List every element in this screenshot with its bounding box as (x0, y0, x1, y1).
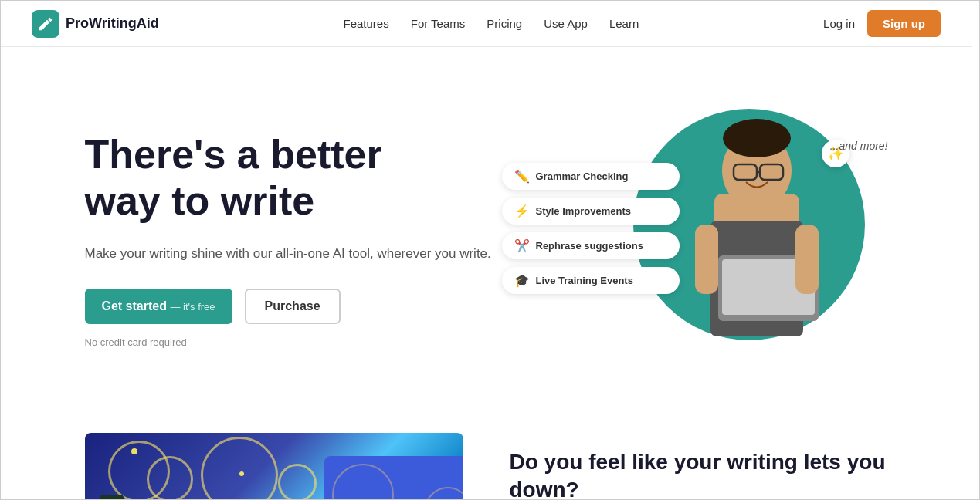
nav-for-teams[interactable]: For Teams (411, 17, 466, 30)
second-section: My idea in my head Do you feel like your… (1, 417, 972, 500)
second-left: My idea in my head (85, 433, 463, 500)
nav-actions: Log in Sign up (823, 10, 941, 37)
svg-point-5 (723, 119, 791, 157)
second-title: Do you feel like your writing lets you d… (510, 448, 888, 500)
login-button[interactable]: Log in (823, 17, 855, 30)
hero-title: There's a better way to write (85, 132, 502, 225)
logo-text: ProWritingAid (66, 15, 159, 32)
no-credit-card-note: No credit card required (85, 336, 502, 348)
blue-swirl-2 (425, 487, 463, 500)
grammar-icon: ✏️ (514, 169, 530, 184)
person-figure (672, 101, 842, 379)
svg-rect-9 (695, 225, 718, 294)
second-right: Do you feel like your writing lets you d… (510, 433, 888, 500)
style-icon: ⚡ (514, 204, 530, 218)
star-1 (131, 448, 137, 454)
pill-style: ⚡ Style Improvements (502, 198, 680, 225)
feature-pills: ✏️ Grammar Checking ⚡ Style Improvements… (502, 163, 680, 294)
rephrase-icon: ✂️ (514, 238, 530, 253)
logo-icon (32, 10, 59, 38)
swirl-3 (201, 437, 278, 500)
nav-pricing[interactable]: Pricing (487, 17, 522, 30)
hero-subtitle: Make your writing shine with our all-in-… (85, 243, 502, 264)
swirl-2 (147, 456, 193, 500)
hero-right: ✨ ...and more! ✏️ Grammar Checking ⚡ S (502, 93, 888, 387)
training-icon: 🎓 (514, 273, 530, 288)
blue-swirl-1 (332, 464, 394, 500)
hero-buttons: Get started — it's free Purchase (85, 289, 502, 324)
hero-illustration: ✨ ...and more! ✏️ Grammar Checking ⚡ S (502, 93, 888, 387)
svg-rect-10 (795, 225, 819, 294)
painting-container: My idea in my head (85, 433, 463, 500)
purchase-button[interactable]: Purchase (245, 289, 341, 324)
nav-learn[interactable]: Learn (609, 17, 639, 30)
get-started-button[interactable]: Get started — it's free (85, 289, 232, 324)
swirl-4 (278, 464, 317, 500)
pill-training: 🎓 Live Training Events (502, 267, 680, 294)
nav-features[interactable]: Features (344, 17, 389, 30)
pill-rephrase: ✂️ Rephrase suggestions (502, 232, 680, 259)
navbar: ProWritingAid Features For Teams Pricing… (1, 1, 972, 47)
signup-button[interactable]: Sign up (867, 10, 941, 37)
nav-links: Features For Teams Pricing Use App Learn (344, 17, 639, 30)
tree-shape (100, 495, 124, 500)
blue-panel (324, 456, 463, 500)
page-container[interactable]: ProWritingAid Features For Teams Pricing… (0, 0, 980, 500)
logo-link[interactable]: ProWritingAid (32, 10, 159, 38)
nav-use-app[interactable]: Use App (544, 17, 588, 30)
and-more-label: ...and more! (830, 140, 888, 152)
pill-grammar: ✏️ Grammar Checking (502, 163, 680, 190)
hero-left: There's a better way to write Make your … (85, 132, 502, 348)
hero-section: There's a better way to write Make your … (1, 47, 972, 417)
star-2 (239, 471, 244, 476)
